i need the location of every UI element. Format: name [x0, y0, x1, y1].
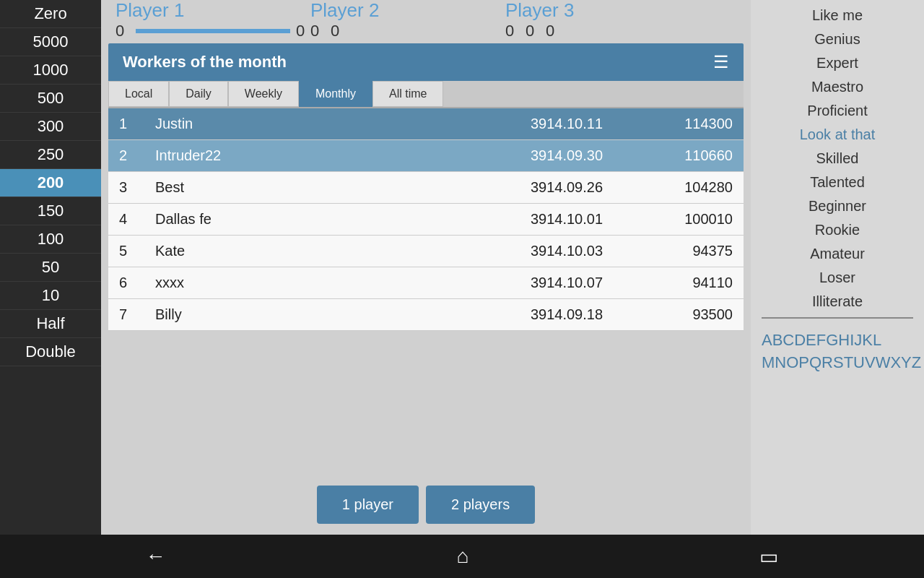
player-3-score2: 0	[526, 22, 540, 40]
score-item-200[interactable]: 200	[0, 169, 101, 197]
score-item-100[interactable]: 100	[0, 225, 101, 254]
player-2-col: Player 2 0 0	[310, 0, 505, 40]
table-row: 3 Best 3914.09.26 104280	[108, 172, 744, 204]
table-row: 1 Justin 3914.10.11 114300	[108, 108, 744, 140]
left-sidebar: Zero500010005003002502001501005010HalfDo…	[0, 0, 101, 535]
tab-alltime[interactable]: All time	[372, 81, 443, 107]
tab-monthly[interactable]: Monthly	[299, 81, 372, 107]
rank-item-3[interactable]: Maestro	[751, 75, 924, 99]
date-cell: 3914.10.01	[494, 211, 639, 228]
players-header: Player 1 0 0 Player 2 0 0	[101, 0, 751, 40]
rank-cell: 3	[119, 179, 155, 196]
rank-cell: 2	[119, 147, 155, 164]
table-row: 6 xxxx 3914.10.07 94110	[108, 267, 744, 299]
points-cell: 94110	[639, 275, 733, 291]
player-2-name: Player 2	[310, 0, 505, 22]
score-item-double[interactable]: Double	[0, 338, 101, 366]
rank-item-0[interactable]: Like me	[751, 4, 924, 27]
rank-cell: 5	[119, 243, 155, 259]
rank-item-10[interactable]: Amateur	[751, 242, 924, 266]
rank-item-11[interactable]: Loser	[751, 266, 924, 290]
table-row: 2 Intruder22 3914.09.30 110660	[108, 140, 744, 172]
nav-bar: ← ⌂ ▭	[0, 535, 924, 578]
menu-icon[interactable]: ☰	[713, 52, 729, 72]
name-cell: Dallas fe	[155, 211, 494, 228]
tab-weekly[interactable]: Weekly	[228, 81, 299, 107]
home-button[interactable]: ⌂	[457, 545, 469, 568]
leaderboard-table: 1 Justin 3914.10.11 114300 2 Intruder22 …	[108, 108, 744, 331]
alphabet-section: ABCDEFGHIJKLMNOPQRSTUVWXYZ	[751, 322, 924, 381]
name-cell: Best	[155, 179, 494, 196]
score-item-250[interactable]: 250	[0, 141, 101, 169]
rank-cell: 4	[119, 211, 155, 228]
player-1-col: Player 1 0 0	[116, 0, 310, 40]
rank-item-9[interactable]: Rookie	[751, 218, 924, 242]
name-cell: Billy	[155, 306, 494, 323]
player-1-bar	[136, 29, 290, 33]
score-item-50[interactable]: 50	[0, 254, 101, 282]
name-cell: xxxx	[155, 275, 494, 291]
score-item-10[interactable]: 10	[0, 282, 101, 310]
points-cell: 114300	[639, 116, 733, 132]
player-3-col: Player 3 0 0 0	[505, 0, 693, 40]
rank-item-8[interactable]: Beginner	[751, 194, 924, 218]
player-3-score1: 0	[505, 22, 520, 40]
rank-divider	[762, 317, 913, 319]
player-3-name: Player 3	[505, 0, 693, 22]
rank-item-4[interactable]: Proficient	[751, 99, 924, 123]
score-item-5000[interactable]: 5000	[0, 28, 101, 56]
points-cell: 100010	[639, 211, 733, 228]
player-2-score2: 0	[331, 22, 345, 40]
center-content: Player 1 0 0 Player 2 0 0	[101, 0, 751, 535]
leaderboard-header: Workers of the month ☰	[108, 43, 744, 81]
rank-item-7[interactable]: Talented	[751, 171, 924, 194]
name-cell: Intruder22	[155, 147, 494, 164]
rank-item-6[interactable]: Skilled	[751, 147, 924, 171]
date-cell: 3914.10.11	[494, 116, 639, 132]
score-item-half[interactable]: Half	[0, 310, 101, 338]
player-1-score1: 0	[116, 22, 130, 40]
back-button[interactable]: ←	[146, 545, 166, 568]
player-1-score2: 0	[296, 22, 310, 40]
tab-daily[interactable]: Daily	[169, 81, 228, 107]
rank-item-12[interactable]: Illiterate	[751, 290, 924, 314]
points-cell: 94375	[639, 243, 733, 259]
alphabet-text[interactable]: ABCDEFGHIJKLMNOPQRSTUVWXYZ	[762, 329, 913, 374]
date-cell: 3914.09.30	[494, 147, 639, 164]
rank-cell: 1	[119, 116, 155, 132]
rank-item-2[interactable]: Expert	[751, 51, 924, 75]
rank-cell: 7	[119, 306, 155, 323]
two-players-button[interactable]: 2 players	[426, 486, 535, 524]
player-buttons: 1 player 2 players	[101, 475, 751, 535]
recent-button[interactable]: ▭	[759, 545, 778, 569]
tab-local[interactable]: Local	[108, 81, 169, 107]
leaderboard-panel: Workers of the month ☰ Local Daily Weekl…	[101, 40, 751, 475]
score-item-1000[interactable]: 1000	[0, 56, 101, 85]
date-cell: 3914.10.03	[494, 243, 639, 259]
rank-item-5[interactable]: Look at that	[751, 123, 924, 147]
score-item-500[interactable]: 500	[0, 85, 101, 113]
name-cell: Kate	[155, 243, 494, 259]
rank-cell: 6	[119, 275, 155, 291]
leaderboard-title: Workers of the month	[123, 53, 287, 72]
right-sidebar: Like meGeniusExpertMaestroProficientLook…	[751, 0, 924, 535]
name-cell: Justin	[155, 116, 494, 132]
points-cell: 93500	[639, 306, 733, 323]
score-item-zero[interactable]: Zero	[0, 0, 101, 28]
points-cell: 110660	[639, 147, 733, 164]
tabs-row: Local Daily Weekly Monthly All time	[108, 81, 744, 108]
player-2-score1: 0	[310, 22, 325, 40]
table-row: 7 Billy 3914.09.18 93500	[108, 299, 744, 331]
main-area: Zero500010005003002502001501005010HalfDo…	[0, 0, 924, 535]
date-cell: 3914.09.26	[494, 179, 639, 196]
table-row: 5 Kate 3914.10.03 94375	[108, 236, 744, 267]
player-3-score3: 0	[546, 22, 560, 40]
points-cell: 104280	[639, 179, 733, 196]
rank-item-1[interactable]: Genius	[751, 27, 924, 51]
one-player-button[interactable]: 1 player	[317, 486, 419, 524]
date-cell: 3914.09.18	[494, 306, 639, 323]
table-row: 4 Dallas fe 3914.10.01 100010	[108, 204, 744, 236]
score-item-300[interactable]: 300	[0, 113, 101, 141]
score-item-150[interactable]: 150	[0, 197, 101, 225]
date-cell: 3914.10.07	[494, 275, 639, 291]
